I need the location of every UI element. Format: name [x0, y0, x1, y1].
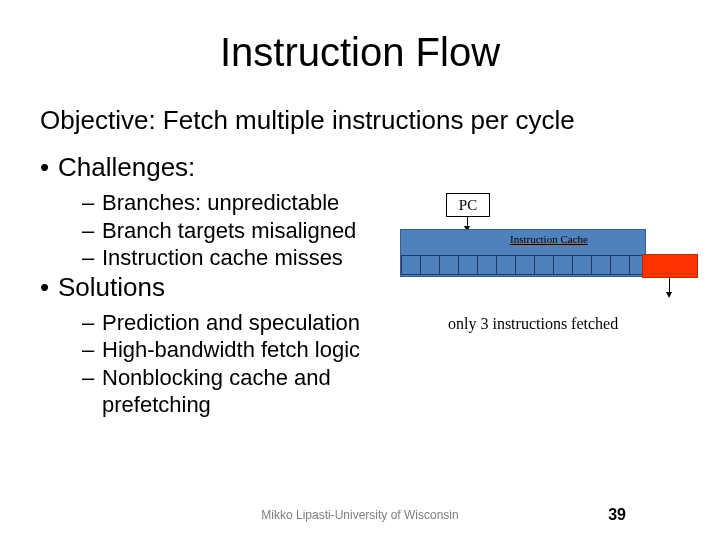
instruction-cache-label: Instruction Cache [510, 233, 588, 245]
solutions-heading: Solutions [40, 272, 680, 303]
challenge-item: Branch targets misaligned [40, 217, 400, 245]
objective-text: Objective: Fetch multiple instructions p… [40, 105, 680, 136]
solution-item: Nonblocking cache and prefetching [40, 364, 440, 419]
challenges-heading: Challenges: [40, 152, 680, 183]
slide: Instruction Flow Objective: Fetch multip… [0, 0, 720, 540]
solutions-list: Prediction and speculation High-bandwidt… [40, 309, 440, 419]
solution-item: High-bandwidth fetch logic [40, 336, 440, 364]
challenge-item: Branches: unpredictable [40, 189, 400, 217]
diagram-caption: only 3 instructions fetched [448, 315, 680, 333]
solutions-row: Prediction and speculation High-bandwidt… [40, 309, 680, 419]
challenge-item: Instruction cache misses [40, 244, 400, 272]
page-number: 39 [608, 506, 626, 524]
slide-title: Instruction Flow [40, 30, 680, 75]
arrow-down-icon [467, 217, 468, 227]
cache-diagram: PC Instruction Cache [400, 189, 680, 272]
solution-item: Prediction and speculation [40, 309, 440, 337]
diagram-caption-col: only 3 instructions fetched [440, 309, 680, 333]
challenges-row: Branches: unpredictable Branch targets m… [40, 189, 680, 272]
pc-register-box: PC [446, 193, 490, 217]
challenges-list: Branches: unpredictable Branch targets m… [40, 189, 400, 272]
